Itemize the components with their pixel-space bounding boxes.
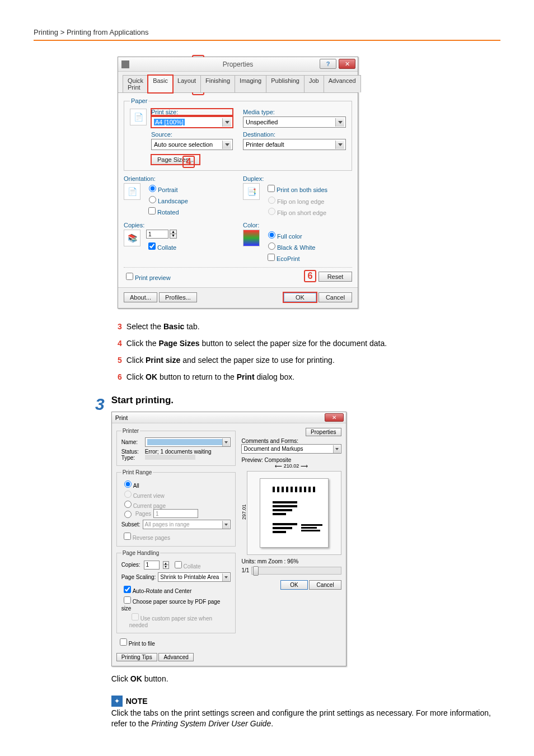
tab-publishing[interactable]: Publishing xyxy=(266,75,305,92)
note-title: NOTE xyxy=(126,697,148,706)
print-to-file-checkbox[interactable]: Print to file xyxy=(118,637,236,647)
ok-button[interactable]: OK xyxy=(283,292,317,302)
page-handling-legend: Page Handling xyxy=(121,550,161,556)
close-button[interactable]: ✕ xyxy=(325,413,344,422)
print-range-legend: Print Range xyxy=(121,469,153,475)
color-bw[interactable]: Black & White xyxy=(265,241,315,251)
step-3: 3Select the Basic tab. xyxy=(118,322,500,331)
dialog-title: Properties xyxy=(223,60,254,68)
callout-6: 6 xyxy=(304,270,316,282)
preview-height: 297.01 xyxy=(241,469,247,555)
color-full[interactable]: Full color xyxy=(265,230,315,240)
paper-icon: 📄 xyxy=(130,109,147,125)
source-label: Source: xyxy=(151,131,233,138)
print-dialog: Print ✕ Printer Name: xyxy=(111,412,346,666)
color-icon xyxy=(243,230,260,246)
units-zoom: Units: mm Zoom : 96% xyxy=(241,558,341,564)
auto-rotate-checkbox[interactable]: Auto-Rotate and Center xyxy=(121,584,231,595)
print-size-value: A4 [100%] xyxy=(154,119,185,125)
range-current-page[interactable]: Current page xyxy=(121,499,231,509)
printer-type-value xyxy=(145,455,195,460)
cancel-button[interactable]: Cancel xyxy=(318,292,352,302)
comments-select[interactable]: Document and Markups xyxy=(241,444,341,454)
source-value: Auto source selection xyxy=(154,141,213,148)
print-size-label: Print size: xyxy=(151,109,233,115)
properties-button[interactable]: Properties xyxy=(306,428,341,436)
color-label: Color: xyxy=(243,222,352,228)
dropdown-arrow-icon[interactable] xyxy=(222,141,231,149)
print-preview-checkbox[interactable]: Print preview xyxy=(124,271,171,282)
page-slider[interactable] xyxy=(251,567,341,575)
dropdown-arrow-icon[interactable] xyxy=(335,141,344,149)
tab-imaging[interactable]: Imaging xyxy=(235,75,266,92)
reset-button[interactable]: Reset xyxy=(318,272,352,282)
duplex-both-sides[interactable]: Print on both sides xyxy=(265,183,327,194)
about-button[interactable]: About... xyxy=(124,292,157,302)
help-button[interactable]: ? xyxy=(320,59,336,69)
tab-layout[interactable]: Layout xyxy=(172,75,201,92)
big-step-title: Start printing. xyxy=(111,395,500,406)
destination-label: Destination: xyxy=(243,131,346,138)
step-5: 5Click Print size and select the paper s… xyxy=(118,356,500,365)
subset-select[interactable]: All pages in range xyxy=(143,520,231,529)
duplex-icon: 📑 xyxy=(243,183,260,200)
range-pages[interactable]: Pages 1 xyxy=(121,509,231,518)
orientation-icon: 📄 xyxy=(124,183,140,200)
destination-value: Printer default xyxy=(246,141,284,148)
close-button[interactable]: ✕ xyxy=(339,59,355,69)
reverse-pages[interactable]: Reverse pages xyxy=(121,531,231,542)
range-current-view: Current view xyxy=(121,489,231,499)
tab-basic[interactable]: Basic xyxy=(148,75,173,93)
media-type-label: Media type: xyxy=(243,109,346,115)
range-all[interactable]: All xyxy=(121,479,231,489)
page-scaling-select[interactable]: Shrink to Printable Area xyxy=(158,572,231,582)
step-4: 4Click the Page Sizes button to select t… xyxy=(118,339,500,348)
dropdown-arrow-icon[interactable] xyxy=(333,445,340,453)
tab-advanced[interactable]: Advanced xyxy=(324,75,361,92)
destination-select[interactable]: Printer default xyxy=(243,139,346,150)
printer-status-label: Status: xyxy=(121,449,143,455)
spinner-down-icon[interactable]: ▼ xyxy=(170,234,177,239)
printer-name-select[interactable] xyxy=(145,437,231,447)
collate-checkbox[interactable]: Collate xyxy=(172,559,201,570)
copies-input[interactable]: 1 xyxy=(144,561,160,570)
dropdown-arrow-icon[interactable] xyxy=(222,438,229,446)
duplex-label: Duplex: xyxy=(243,175,352,182)
copies-input[interactable]: 1 xyxy=(146,230,168,239)
printer-legend: Printer xyxy=(121,428,140,434)
dropdown-arrow-icon[interactable] xyxy=(222,573,229,581)
tab-finishing[interactable]: Finishing xyxy=(200,75,235,92)
app-icon xyxy=(121,60,129,68)
advanced-button[interactable]: Advanced xyxy=(158,653,193,661)
properties-dialog: 3 5 4 Properties ? ✕ Quick Print Basic L… xyxy=(118,57,358,309)
profiles-button[interactable]: Profiles... xyxy=(159,292,197,302)
orientation-rotated[interactable]: Rotated xyxy=(146,206,188,216)
choose-paper-source-checkbox[interactable]: Choose paper source by PDF page size xyxy=(121,595,231,612)
print-size-select[interactable]: A4 [100%] xyxy=(151,116,233,128)
dropdown-arrow-icon[interactable] xyxy=(335,118,344,127)
media-type-select[interactable]: Unspecified xyxy=(243,116,346,128)
tab-job[interactable]: Job xyxy=(304,75,324,92)
printer-name-label: Name: xyxy=(121,439,143,445)
printer-type-label: Type: xyxy=(121,455,143,461)
color-ecoprint[interactable]: EcoPrint xyxy=(265,252,315,263)
source-select[interactable]: Auto source selection xyxy=(151,139,233,150)
tab-quick-print[interactable]: Quick Print xyxy=(123,75,148,92)
breadcrumb: Printing > Printing from Applications xyxy=(34,28,500,41)
page-sizes-button[interactable]: Page Sizes... xyxy=(151,155,200,165)
range-pages-input[interactable]: 1 xyxy=(153,509,198,518)
spinner-down-icon[interactable]: ▼ xyxy=(163,565,169,569)
print-dialog-title: Print xyxy=(115,414,128,421)
collate-checkbox[interactable]: Collate xyxy=(146,241,177,251)
dropdown-arrow-icon[interactable] xyxy=(222,118,231,127)
ok-button[interactable]: OK xyxy=(280,580,307,590)
note-body: Click the tabs on the print settings scr… xyxy=(111,708,500,729)
printing-tips-button[interactable]: Printing Tips xyxy=(116,653,157,661)
orientation-portrait[interactable]: Portrait xyxy=(146,183,188,193)
spinner-up-icon[interactable]: ▲ xyxy=(163,561,169,565)
preview-width: 210.02 xyxy=(284,463,299,469)
dropdown-arrow-icon[interactable] xyxy=(222,521,229,529)
cancel-button[interactable]: Cancel xyxy=(309,580,341,590)
copies-label: Copies: xyxy=(124,222,233,228)
orientation-landscape[interactable]: Landscape xyxy=(146,194,188,204)
